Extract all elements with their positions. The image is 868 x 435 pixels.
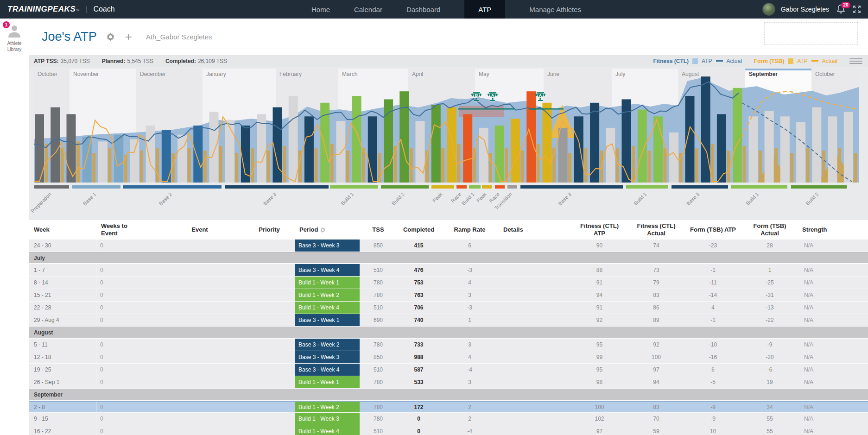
athlete-library-button[interactable]: 1 Athlete Library bbox=[0, 24, 29, 52]
week-row[interactable]: 2 - 80Build 1 - Week 2780172210083-934N/… bbox=[29, 401, 868, 413]
legend-form-title[interactable]: Form (TSB) bbox=[754, 58, 784, 64]
period-label: Base 3 bbox=[685, 191, 701, 207]
month-label: August bbox=[682, 71, 699, 77]
period-chip[interactable]: Base 3 - Week 1 bbox=[295, 314, 360, 326]
column-header-weeks-to-event[interactable]: Weeks to Event bbox=[96, 222, 156, 238]
column-header-ramp-rate[interactable]: Ramp Rate bbox=[441, 226, 499, 233]
cell-period[interactable]: Base 3 - Week 2 bbox=[295, 339, 360, 351]
column-header-form-tsb-atp[interactable]: Form (TSB) ATP bbox=[684, 226, 742, 233]
cell-period[interactable]: Build 1 - Week 1 bbox=[295, 277, 360, 289]
period-label: Build 2 bbox=[391, 191, 405, 206]
cell-tss-completed: 172 bbox=[397, 404, 441, 410]
cell-fitness-ctl-actual: 83 bbox=[628, 292, 684, 298]
period-chip[interactable]: Build 1 - Week 4 bbox=[295, 302, 360, 314]
user-avatar[interactable] bbox=[762, 3, 775, 16]
week-row[interactable]: 16 - 220Build 1 - Week 45100-497591055N/… bbox=[29, 425, 868, 435]
athlete-tab[interactable]: Ath_Gabor Szegletes bbox=[146, 33, 212, 41]
notifications-button[interactable]: 20 bbox=[835, 3, 847, 16]
column-header-fitness-ctl-actual[interactable]: Fitness (CTL) Actual bbox=[628, 222, 684, 238]
atp-chart[interactable]: OctoberNovemberDecemberJanuaryFebruaryMa… bbox=[34, 69, 859, 215]
fullscreen-icon[interactable] bbox=[852, 5, 862, 14]
cell-fitness-ctl-atp: 97 bbox=[570, 428, 628, 435]
period-chip[interactable]: Build 1 - Week 2 bbox=[295, 402, 360, 412]
period-chip[interactable]: Base 3 - Week 3 bbox=[295, 351, 360, 363]
add-atp-button[interactable]: + bbox=[125, 32, 132, 41]
column-header-week[interactable]: Week bbox=[29, 226, 96, 233]
week-row[interactable]: 15 - 210Build 1 - Week 278076339483-14-3… bbox=[29, 289, 868, 302]
week-tss-bar bbox=[590, 103, 599, 183]
cell-period[interactable]: Base 3 - Week 1 bbox=[295, 314, 360, 326]
week-tss-bar bbox=[209, 112, 219, 183]
nav-item-calendar[interactable]: Calendar bbox=[354, 0, 382, 19]
cell-period[interactable]: Build 1 - Week 1 bbox=[295, 376, 360, 388]
week-form-bar bbox=[394, 146, 397, 183]
cell-period[interactable]: Build 1 - Week 2 bbox=[295, 402, 360, 412]
nav-item-dashboard[interactable]: Dashboard bbox=[406, 0, 440, 19]
cell-ramp-rate: 3 bbox=[441, 292, 499, 298]
week-tss-bar bbox=[146, 126, 155, 183]
week-row[interactable]: 5 - 110Base 3 - Week 278073339592-10-9N/… bbox=[29, 339, 868, 351]
week-form-bar bbox=[156, 148, 159, 183]
period-chip[interactable]: Base 3 - Week 4 bbox=[295, 264, 360, 276]
column-header-fitness-ctl-atp[interactable]: Fitness (CTL) ATP bbox=[570, 222, 628, 238]
period-chip[interactable]: Base 3 - Week 4 bbox=[295, 364, 360, 376]
column-header-event[interactable]: Event bbox=[156, 226, 244, 233]
week-form-bar bbox=[251, 148, 254, 183]
month-label: October bbox=[38, 71, 57, 77]
cell-period[interactable]: Base 3 - Week 3 bbox=[295, 240, 360, 252]
column-header-strength[interactable]: Strength bbox=[798, 226, 868, 233]
week-row[interactable]: 1 - 70Base 3 - Week 4510476-38873-11N/A bbox=[29, 264, 868, 277]
week-row[interactable]: 24 - 300Base 3 - Week 385041569074-2328N… bbox=[29, 240, 868, 252]
page-title: Joe's ATP bbox=[42, 30, 97, 44]
period-chip[interactable]: Build 1 - Week 2 bbox=[295, 289, 360, 301]
atp-settings-button[interactable] bbox=[106, 32, 115, 41]
month-label: February bbox=[279, 71, 302, 77]
column-header-completed[interactable]: Completed bbox=[397, 226, 441, 233]
week-row[interactable]: 8 - 140Build 1 - Week 178075349179-11-25… bbox=[29, 277, 868, 289]
period-label: Base 3 bbox=[262, 191, 278, 207]
week-row[interactable]: 19 - 250Base 3 - Week 4510587-495976-6N/… bbox=[29, 364, 868, 376]
cell-period[interactable]: Build 1 - Week 4 bbox=[295, 302, 360, 314]
user-name[interactable]: Gabor Szegletes bbox=[781, 6, 829, 13]
cell-period[interactable]: Build 1 - Week 3 bbox=[295, 413, 360, 425]
cell-period[interactable]: Build 1 - Week 2 bbox=[295, 289, 360, 301]
cell-period[interactable]: Base 3 - Week 4 bbox=[295, 364, 360, 376]
column-header-details[interactable]: Details bbox=[499, 226, 570, 233]
nav-item-manage-athletes[interactable]: Manage Athletes bbox=[529, 0, 581, 19]
week-tss-bar bbox=[399, 91, 409, 183]
cell-period[interactable]: Build 1 - Week 4 bbox=[295, 425, 360, 435]
week-row[interactable]: 22 - 280Build 1 - Week 4510706-391864-13… bbox=[29, 302, 868, 314]
column-header-form-tsb-actual[interactable]: Form (TSB) Actual bbox=[742, 222, 798, 238]
cell-form-tsb-atp: -11 bbox=[684, 279, 742, 286]
period-chip[interactable]: Build 1 - Week 1 bbox=[295, 277, 360, 289]
atp-table: WeekWeeks to EventEventPriorityPeriodTSS… bbox=[29, 220, 868, 435]
period-chip[interactable]: Build 1 - Week 3 bbox=[295, 413, 360, 425]
nav-item-home[interactable]: Home bbox=[311, 0, 330, 19]
cell-form-tsb-atp: -16 bbox=[684, 354, 742, 360]
nav-item-atp[interactable]: ATP bbox=[464, 0, 505, 19]
column-header-tss[interactable]: TSS bbox=[360, 226, 397, 233]
athlete-library-label: Athlete Library bbox=[0, 41, 29, 52]
cell-period[interactable]: Base 3 - Week 3 bbox=[295, 351, 360, 363]
period-chip[interactable]: Base 3 - Week 3 bbox=[295, 240, 360, 252]
legend-fitness-title[interactable]: Fitness (CTL) bbox=[653, 58, 689, 64]
column-header-priority[interactable]: Priority bbox=[244, 226, 295, 233]
week-row[interactable]: 12 - 180Base 3 - Week 3850988499100-16-2… bbox=[29, 351, 868, 364]
cell-strength: N/A bbox=[798, 354, 868, 360]
planned-stat: Planned:5,545 TSS bbox=[102, 58, 153, 64]
week-row[interactable]: 9 - 150Build 1 - Week 37800210270-955N/A bbox=[29, 413, 868, 425]
period-chip[interactable]: Build 1 - Week 1 bbox=[295, 376, 360, 388]
cell-period[interactable]: Base 3 - Week 4 bbox=[295, 264, 360, 276]
week-row[interactable]: 26 - Sep 10Build 1 - Week 178053339894-5… bbox=[29, 376, 868, 389]
cell-tss-planned: 780 bbox=[360, 279, 397, 286]
svg-text:A: A bbox=[539, 93, 542, 98]
period-settings-icon[interactable] bbox=[320, 227, 326, 233]
chart-menu-button[interactable] bbox=[849, 57, 862, 65]
period-chip[interactable]: Build 1 - Week 4 bbox=[295, 425, 360, 435]
cell-weeks-to-event: 0 bbox=[96, 242, 156, 249]
week-form-bar bbox=[267, 151, 270, 183]
period-band bbox=[381, 185, 429, 189]
column-header-period[interactable]: Period bbox=[295, 226, 360, 233]
period-chip[interactable]: Base 3 - Week 2 bbox=[295, 339, 360, 351]
week-row[interactable]: 29 - Aug 40Base 3 - Week 169074019289-1-… bbox=[29, 314, 868, 327]
